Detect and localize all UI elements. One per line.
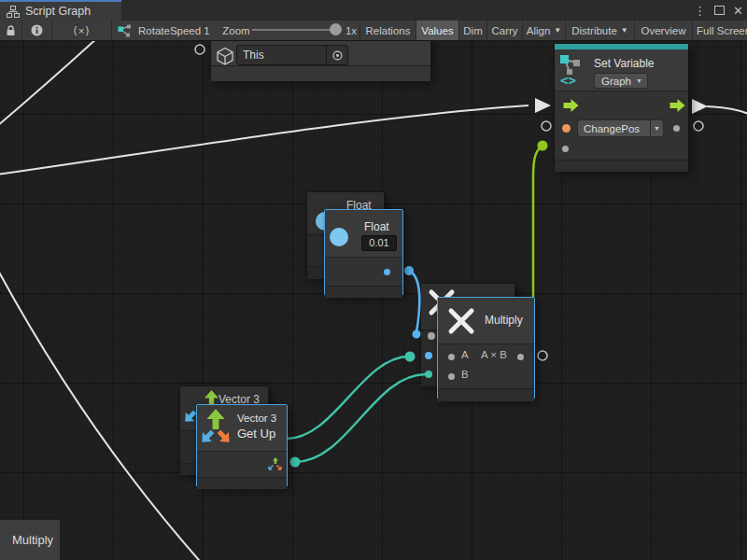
align-label: Align [527,25,551,36]
code-view-glyph: ⟨×⟩ [73,24,91,37]
input-port-b[interactable] [448,373,455,380]
output-value-port[interactable] [673,125,680,132]
zoom-slider-handle[interactable] [330,23,342,35]
node-header: This [211,41,430,65]
node-footer [325,286,402,298]
values-label: Values [421,25,453,36]
code-view-button[interactable]: ⟨×⟩ [52,21,111,40]
dropdown-caret-icon: ▼ [650,119,664,137]
flow-input-port[interactable] [563,99,579,112]
node-footer [197,477,287,489]
node-title: Float [364,220,389,233]
maximize-icon[interactable] [714,6,725,15]
overview-label: Overview [641,25,686,36]
fullscreen-button[interactable]: Full Screen [693,21,747,40]
this-node[interactable]: This [210,41,431,80]
port-label-result: A × B [481,349,507,360]
overview-button[interactable]: Overview [635,21,692,40]
lock-button[interactable] [0,21,21,40]
node-header: <> Set Variable Graph ▼ [555,49,688,91]
align-caret-icon: ▼ [554,26,561,35]
graph-breadcrumb[interactable]: RotateSpeed 1 [112,21,222,40]
values-button[interactable]: Values [416,21,458,40]
node-header: Float 0.01 [325,210,402,257]
window-controls: ⋮ ✕ [694,0,743,21]
align-button[interactable]: Align▼ [523,21,565,40]
cube-icon [216,47,234,65]
graph-name: RotateSpeed 1 [138,25,210,36]
graph-toolbar: ⟨×⟩ RotateSpeed 1 Zoom 1x Relations Valu… [0,21,747,41]
node-body: A A × B B [438,343,534,389]
node-header: Vector 3 Get Up [197,405,287,451]
vector3-output-port[interactable] [268,457,282,471]
multiply-node[interactable]: Multiply A A × B B [437,297,535,399]
input-port[interactable] [428,332,435,340]
fullscreen-label: Full Screen [697,25,747,36]
zoom-slider-track[interactable] [252,29,332,31]
node-header: Multiply [438,298,534,343]
set-variable-icon: <> [559,54,585,88]
distribute-caret-icon: ▼ [621,26,628,35]
game-object-field[interactable]: This [236,45,348,65]
node-title: Multiply [485,314,523,327]
variable-scope-dropdown[interactable]: Graph ▼ [594,73,648,89]
menu-icon[interactable]: ⋮ [694,5,706,17]
port-label-a: A [461,349,469,360]
node-subtitle: Get Up [237,427,275,441]
tab-label: Script Graph [25,5,91,18]
vector3-get-up-node[interactable]: Vector 3 Get Up [196,404,288,487]
input-port-a[interactable] [448,354,455,360]
graph-canvas[interactable]: Float Vector 3 [0,41,747,560]
multiply-icon [446,306,476,336]
lock-icon [6,25,16,36]
variable-name-value: ChangePos [577,119,650,137]
object-field-value: This [237,49,326,62]
distribute-label: Distribute [571,25,617,36]
relations-label: Relations [366,25,411,36]
float-value-field[interactable]: 0.01 [361,235,397,251]
node-body: ChangePos ▼ [555,91,688,161]
scope-value: Graph [601,76,631,87]
variable-name-dropdown[interactable]: ChangePos ▼ [577,119,664,137]
info-icon [31,24,43,36]
input-port-connected-teal[interactable] [425,371,432,378]
node-footer [438,388,534,401]
node-footer [555,160,688,172]
object-picker-icon[interactable] [326,46,347,64]
node-title: Vector 3 [237,413,276,424]
tab-script-graph[interactable]: Script Graph [0,0,121,21]
node-body [197,451,287,478]
arrow-down-right-icon [214,427,235,448]
input-value-port[interactable] [562,146,569,152]
relations-button[interactable]: Relations [360,21,416,40]
dim-button[interactable]: Dim [459,21,486,40]
close-icon[interactable]: ✕ [733,5,743,17]
graph-icon [118,24,133,37]
float-output-port[interactable] [384,269,390,275]
set-variable-node[interactable]: <> Set Variable Graph ▼ ChangePos ▼ [554,43,689,171]
zoom-value: 1x [342,21,360,40]
flow-output-port[interactable] [669,99,685,112]
multiply-tooltip: Multiply [0,520,60,560]
script-graph-icon [7,6,20,18]
port-label-b: B [461,369,469,380]
node-title: Set Variable [594,57,654,70]
node-body [325,257,402,287]
carry-button[interactable]: Carry [487,21,522,40]
dropdown-caret-icon: ▼ [636,77,642,84]
tab-bar: Script Graph ⋮ ✕ [0,0,747,21]
info-button[interactable] [22,21,51,40]
distribute-button[interactable]: Distribute▼ [566,21,634,40]
output-port[interactable] [517,354,524,360]
tooltip-label: Multiply [12,533,53,547]
node-footer [211,65,430,81]
zoom-label: Zoom [220,21,252,40]
input-port-connected-blue[interactable] [425,352,432,359]
float-node[interactable]: Float 0.01 [324,209,403,296]
code-glyph: <> [560,73,576,88]
dim-label: Dim [463,25,482,36]
unity-visual-scripting-window: Script Graph ⋮ ✕ ⟨×⟩ [0,0,747,560]
variable-name-port[interactable] [562,124,571,133]
carry-label: Carry [491,25,517,36]
float-icon [329,227,349,247]
